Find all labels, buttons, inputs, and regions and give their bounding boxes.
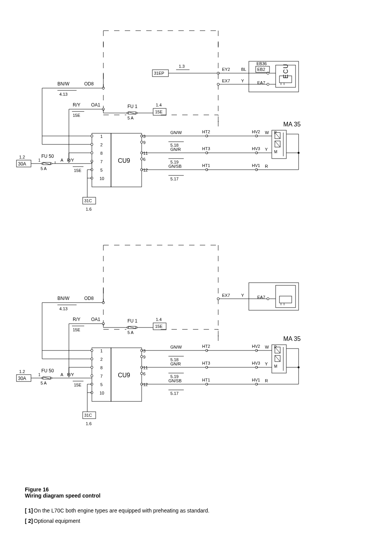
cu9-left-pins: 1 2 8 7 5 10: [100, 134, 104, 181]
svg-text:MA 35: MA 35: [283, 336, 301, 342]
svg-text:9: 9: [143, 140, 145, 145]
svg-rect-138: [249, 283, 299, 310]
svg-text:FU 50: FU 50: [41, 368, 54, 373]
svg-text:FU  1: FU 1: [127, 318, 137, 324]
label-ry2: R/Y: [73, 102, 80, 108]
svg-text:11: 11: [143, 151, 148, 156]
label-15e2: 15E: [73, 113, 80, 118]
svg-text:R/Y: R/Y: [73, 317, 80, 322]
label-y-u: Y: [241, 79, 244, 83]
diagram-svg: BN/W OD8 4.13 R/Y OA1 15E FU 1 5 A: [15, 23, 377, 479]
label-cu9: CU9: [118, 157, 130, 164]
svg-point-228: [140, 372, 143, 375]
svg-text:HV1: HV1: [252, 378, 260, 382]
label-fu50-code: A: [60, 158, 64, 162]
svg-text:A: A: [60, 372, 64, 377]
svg-point-104: [298, 152, 300, 154]
lower-diagram: BN/W OD8 4.13 R/Y OA1 15E FU 1 5 A: [16, 245, 301, 479]
svg-text:HT1: HT1: [202, 378, 210, 382]
label-r: R: [265, 164, 268, 169]
label-ht1: HT1: [202, 163, 210, 168]
label-w: W: [265, 130, 269, 135]
svg-text:HV3: HV3: [252, 361, 260, 365]
page: BN/W OD8 4.13 R/Y OA1 15E FU 1 5 A: [0, 0, 392, 555]
svg-text:P: P: [274, 131, 277, 135]
svg-text:7: 7: [100, 159, 103, 164]
figure-notes: [ 1]On the L70C both engine types are eq…: [15, 506, 377, 526]
figure-caption: Figure 16 Wiring diagram speed control: [15, 486, 377, 499]
svg-text:9: 9: [143, 355, 145, 359]
svg-text:15E: 15E: [73, 327, 80, 332]
svg-point-38: [267, 83, 269, 85]
label-fu50: FU 50: [41, 154, 54, 159]
svg-point-167: [91, 366, 93, 368]
label-fu50-pin: 1: [38, 158, 41, 162]
label-ma35: MA 35: [283, 121, 301, 128]
svg-point-57: [91, 135, 93, 137]
svg-text:1: 1: [100, 134, 103, 139]
label-gnw: GN/W: [170, 130, 182, 135]
svg-point-106: [140, 141, 143, 143]
svg-text:30A: 30A: [18, 376, 26, 381]
svg-text:EA7: EA7: [257, 295, 265, 300]
svg-text:2: 2: [100, 142, 103, 147]
figure-number: Figure 16: [25, 486, 377, 493]
label-oa1: OA1: [91, 102, 100, 108]
svg-text:4.13: 4.13: [59, 306, 67, 311]
svg-text:5  A: 5 A: [127, 330, 134, 335]
svg-text:OA1: OA1: [91, 317, 100, 322]
label-ht3: HT3: [202, 146, 210, 151]
svg-text:7: 7: [100, 374, 103, 378]
label-eb36: EB36: [256, 61, 267, 66]
svg-point-59: [91, 143, 93, 146]
svg-text:R: R: [265, 378, 268, 383]
svg-text:1.4: 1.4: [156, 317, 162, 322]
svg-text:Y: Y: [265, 362, 268, 366]
label-fu1-ref: 1.4: [156, 103, 162, 107]
label-y2: Y: [265, 147, 268, 152]
svg-text:12: 12: [143, 168, 148, 172]
svg-text:M: M: [274, 364, 277, 368]
label-fu1-rating: 5 A: [127, 116, 134, 120]
label-bl: BL: [241, 67, 246, 72]
svg-text:31C: 31C: [84, 413, 92, 417]
svg-text:GN/W: GN/W: [170, 345, 182, 349]
svg-point-164: [91, 358, 93, 360]
svg-text:5: 5: [100, 168, 103, 172]
svg-text:R/Y: R/Y: [67, 372, 74, 377]
label-517: 5.17: [170, 177, 178, 181]
label-12: 1.2: [19, 155, 25, 159]
svg-point-169: [91, 375, 93, 377]
label-ea7: EA7: [257, 80, 265, 85]
svg-text:12: 12: [143, 382, 148, 387]
cu9-right-pins: 3 9 11 6 12: [143, 134, 148, 172]
label-hv1: HV1: [252, 163, 260, 168]
svg-text:8: 8: [100, 365, 103, 370]
label-gnsb: GN/SB: [168, 164, 181, 169]
label-ht2: HT2: [202, 129, 210, 134]
svg-text:10: 10: [100, 176, 104, 181]
label-15e: 15E: [74, 168, 82, 173]
label-16: 1.6: [86, 207, 91, 211]
svg-text:1: 1: [38, 373, 41, 377]
svg-text:3: 3: [143, 134, 145, 139]
label-ecu: ECU: [283, 63, 289, 79]
svg-text:HT2: HT2: [202, 344, 210, 349]
svg-point-62: [91, 152, 93, 154]
svg-text:5: 5: [100, 382, 103, 387]
svg-text:CU9: CU9: [118, 372, 130, 378]
svg-text:HV2: HV2: [252, 344, 260, 349]
label-od8: OD8: [84, 81, 94, 87]
label-fu50-rating: 5 A: [41, 166, 47, 171]
svg-point-225: [298, 367, 300, 368]
svg-text:5  A: 5 A: [41, 381, 47, 385]
label-fu1-box: 15E: [155, 110, 163, 114]
label-hv3: HV3: [252, 146, 260, 151]
svg-text:Y: Y: [241, 293, 244, 298]
footnote-2: [ 2]Optional equipment: [25, 516, 377, 526]
svg-text:11: 11: [143, 365, 148, 370]
label-ex7: EX7: [222, 79, 230, 83]
svg-text:HT3: HT3: [202, 361, 210, 365]
svg-text:OD8: OD8: [84, 296, 94, 301]
svg-point-132: [267, 298, 269, 300]
